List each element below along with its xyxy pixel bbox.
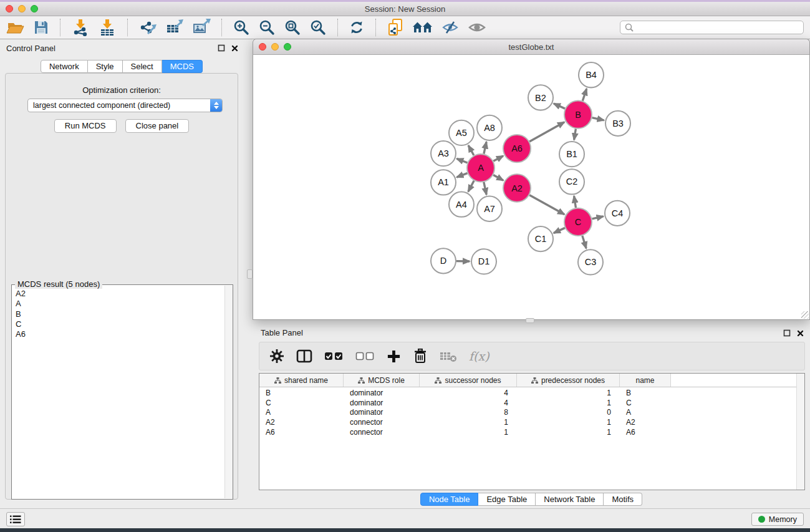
tab-node-table[interactable]: Node Table [420, 493, 479, 506]
select-all-button[interactable] [324, 351, 344, 362]
add-column-button[interactable] [387, 349, 401, 364]
graph-node-A8[interactable]: A8 [477, 115, 502, 140]
table-cell[interactable]: 1 [517, 399, 620, 407]
graph-node-C2[interactable]: C2 [559, 169, 584, 194]
refresh-button[interactable] [349, 19, 365, 36]
zoom-fit-button[interactable] [284, 19, 301, 36]
save-session-button[interactable] [33, 19, 49, 36]
graph-edge-B-B2[interactable] [554, 104, 565, 109]
tab-select[interactable]: Select [123, 60, 162, 73]
close-panel-icon[interactable] [231, 45, 238, 52]
table-row[interactable]: A2connector11A2 [259, 417, 796, 427]
tab-edge-table[interactable]: Edge Table [478, 493, 536, 506]
graph-edge-A-A1[interactable] [456, 173, 467, 178]
window-resize-grip[interactable] [801, 311, 809, 319]
export-network-button[interactable] [138, 19, 157, 36]
search-box[interactable] [620, 21, 804, 34]
graph-node-B[interactable]: B [564, 101, 592, 128]
table-cell[interactable]: A2 [259, 418, 344, 427]
zoom-out-button[interactable] [258, 19, 276, 36]
graph-node-B1[interactable]: B1 [559, 142, 584, 167]
column-header-successor-nodes[interactable]: successor nodes [420, 374, 517, 387]
table-cell[interactable]: dominator [344, 399, 420, 407]
column-header-predecessor-nodes[interactable]: predecessor nodes [517, 374, 620, 387]
table-row[interactable]: Bdominator41B [259, 388, 796, 398]
mcds-result-item[interactable]: A [16, 299, 220, 309]
copy-network-button[interactable] [387, 18, 404, 37]
close-panel-button[interactable]: Close panel [125, 119, 190, 133]
graph-node-A2[interactable]: A2 [503, 174, 531, 201]
open-session-button[interactable] [6, 19, 25, 36]
mcds-result-list[interactable]: A2ABCA6 [12, 287, 224, 498]
table-cell[interactable]: connector [344, 418, 420, 427]
table-cell[interactable]: connector [344, 428, 420, 437]
mcds-result-item[interactable]: B [16, 309, 220, 319]
graph-edge-A-A6[interactable] [493, 156, 503, 161]
close-table-panel-icon[interactable] [797, 330, 804, 337]
mcds-result-item[interactable]: C [16, 319, 220, 329]
graph-edge-A6-B[interactable] [529, 122, 564, 142]
network-window-titlebar[interactable]: testGlobe.txt [253, 39, 810, 55]
table-cell[interactable]: 4 [420, 399, 517, 407]
table-cell[interactable]: A [259, 408, 344, 417]
mcds-result-item[interactable]: A2 [16, 289, 220, 299]
graph-edge-A-A2[interactable] [493, 175, 503, 180]
graph-edge-A-A7[interactable] [484, 182, 486, 195]
tab-motifs[interactable]: Motifs [604, 493, 642, 506]
vertical-splitter-handle[interactable] [247, 269, 253, 279]
export-table-button[interactable] [165, 19, 184, 36]
graph-node-B2[interactable]: B2 [528, 85, 553, 110]
table-cell[interactable]: 1 [420, 428, 517, 437]
table-cell[interactable]: 4 [420, 389, 517, 397]
optimization-criterion-select[interactable]: largest connected component (directed) [27, 99, 223, 112]
table-cell[interactable]: 8 [420, 408, 517, 417]
graph-edge-A-A5[interactable] [468, 145, 474, 155]
table-settings-button[interactable] [269, 349, 284, 364]
float-panel-icon[interactable] [218, 44, 225, 52]
column-header-shared-name[interactable]: shared name [259, 374, 344, 387]
show-hidden-button[interactable] [468, 20, 486, 35]
graph-node-A6[interactable]: A6 [503, 135, 531, 162]
table-row[interactable]: A6connector11A6 [259, 427, 796, 437]
mcds-result-item[interactable]: A6 [16, 329, 220, 339]
column-header-MCDS-role[interactable]: MCDS role [344, 374, 420, 387]
graph-node-C[interactable]: C [564, 208, 592, 236]
function-builder-button[interactable]: f(x) [469, 349, 489, 363]
table-cell[interactable]: 1 [420, 418, 517, 427]
delete-table-button[interactable] [440, 350, 457, 362]
table-cell[interactable]: 0 [517, 408, 620, 417]
graph-edge-B-B3[interactable] [592, 118, 604, 120]
graph-edge-B-B4[interactable] [582, 89, 586, 100]
graph-node-D1[interactable]: D1 [471, 249, 496, 274]
float-table-panel-icon[interactable] [783, 329, 791, 337]
horizontal-splitter-handle[interactable] [526, 318, 534, 323]
graph-edge-A-A4[interactable] [468, 181, 474, 192]
import-table-button[interactable] [98, 19, 117, 36]
zoom-in-button[interactable] [233, 19, 250, 36]
tab-style[interactable]: Style [88, 60, 123, 73]
task-history-button[interactable] [6, 512, 25, 526]
graph-node-A3[interactable]: A3 [431, 141, 456, 166]
graph-node-D[interactable]: D [431, 248, 456, 273]
table-cell[interactable]: C [259, 399, 344, 407]
table-cell[interactable]: B [620, 389, 671, 397]
graph-node-A1[interactable]: A1 [431, 170, 456, 195]
mcds-result-scrollbar[interactable] [224, 286, 233, 498]
table-row[interactable]: Cdominator41C [259, 398, 796, 408]
table-cell[interactable]: C [620, 399, 671, 407]
hide-selected-button[interactable] [441, 19, 460, 36]
tab-network[interactable]: Network [41, 60, 88, 73]
deselect-all-button[interactable] [355, 351, 375, 362]
memory-button[interactable]: Memory [751, 513, 804, 526]
zoom-selected-button[interactable] [309, 19, 327, 36]
tab-mcds[interactable]: MCDS [162, 60, 203, 73]
table-cell[interactable]: A6 [259, 428, 344, 437]
graph-node-A[interactable]: A [467, 154, 494, 181]
graph-node-C4[interactable]: C4 [605, 201, 630, 226]
table-row[interactable]: Adominator80A [259, 408, 796, 418]
search-input[interactable] [637, 23, 799, 32]
graph-node-A4[interactable]: A4 [449, 192, 474, 217]
table-scrollbar[interactable] [796, 374, 804, 490]
graph-edge-C-C4[interactable] [592, 216, 603, 219]
graph-node-C1[interactable]: C1 [528, 226, 553, 251]
